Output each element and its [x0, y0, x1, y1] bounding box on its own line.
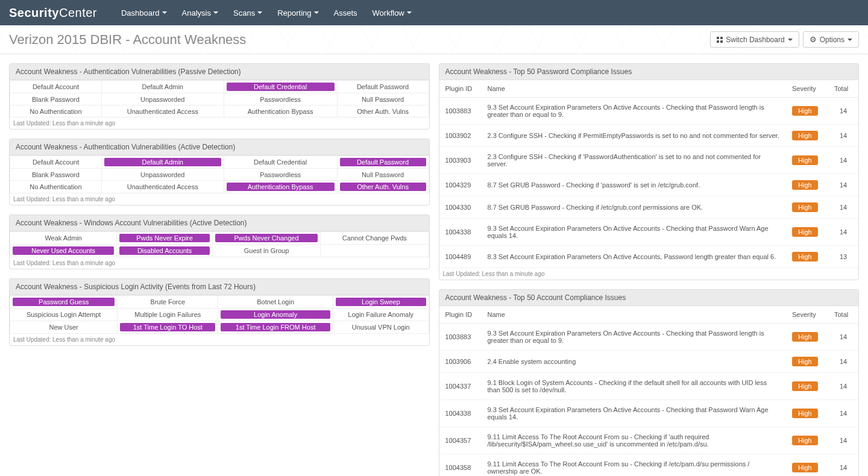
table-header[interactable]: Severity — [786, 80, 828, 98]
matrix-cell[interactable]: No Authentication — [10, 181, 102, 193]
table-row[interactable]: 10043389.3 Set Account Expiration Parame… — [439, 400, 859, 427]
matrix-cell[interactable]: No Authentication — [10, 105, 102, 117]
panel-footer: Last Updated: Less than a minute ago — [10, 193, 429, 205]
table-row[interactable]: 10044898.3 Set Account Expiration Parame… — [439, 246, 859, 268]
matrix-panel: Account Weakness - Authentication Vulner… — [9, 63, 430, 130]
matrix-cell[interactable]: Unauthenticated Access — [101, 181, 224, 193]
table-header[interactable]: Name — [482, 306, 787, 324]
table-row[interactable]: 10039032.3 Configure SSH - Checking if '… — [439, 147, 859, 174]
matrix-cell[interactable]: Password Guess — [10, 296, 118, 308]
matrix-table: Default AccountDefault AdminDefault Cred… — [10, 155, 429, 193]
page-title: Verizon 2015 DBIR - Account Weakness — [9, 32, 246, 48]
nav-item-dashboard[interactable]: Dashboard — [121, 8, 167, 17]
table-row[interactable]: 10038839.3 Set Account Expiration Parame… — [439, 324, 859, 351]
table-row[interactable]: 10043298.7 Set GRUB Password - Checking … — [439, 174, 859, 196]
matrix-cell[interactable]: Login Anomaly — [218, 308, 333, 321]
matrix-cell[interactable]: Default Admin — [101, 81, 224, 93]
nav-item-analysis[interactable]: Analysis — [182, 8, 218, 17]
nav-item-workflow[interactable]: Workflow — [373, 8, 412, 17]
table-row[interactable]: 10043579.11 Limit Access To The Root Acc… — [439, 427, 859, 454]
compliance-table: Plugin IDNameSeverityTotal10038839.3 Set… — [439, 306, 859, 476]
matrix-cell[interactable]: Passwordless — [224, 169, 337, 181]
matrix-cell[interactable]: Pwds Never Changed — [212, 232, 320, 245]
severity-badge: High — [792, 131, 818, 140]
matrix-cell[interactable]: Default Credential — [224, 81, 337, 93]
matrix-cell-highlight: 1st Time Login FROM Host — [221, 323, 330, 331]
matrix-cell[interactable]: Blank Password — [10, 93, 102, 105]
matrix-cell[interactable]: Disabled Accounts — [117, 245, 212, 257]
matrix-cell[interactable]: Guest in Group — [212, 245, 320, 257]
nav-item-assets[interactable]: Assets — [334, 8, 357, 17]
nav-item-reporting[interactable]: Reporting — [277, 8, 318, 17]
table-row[interactable]: 10039022.3 Configure SSH - Checking if P… — [439, 125, 859, 147]
matrix-cell[interactable]: New User — [10, 321, 118, 334]
matrix-cell[interactable]: Blank Password — [10, 169, 102, 181]
switch-dashboard-label: Switch Dashboard — [726, 36, 784, 44]
matrix-cell[interactable]: Login Failure Anomaly — [333, 308, 429, 321]
matrix-cell[interactable]: Weak Admin — [10, 232, 117, 245]
cell-plugin-id: 1004358 — [439, 454, 482, 477]
table-header[interactable]: Name — [482, 80, 787, 98]
matrix-cell[interactable]: Brute Force — [118, 296, 218, 308]
matrix-cell[interactable]: Other Auth. Vulns — [337, 105, 429, 117]
cell-total: 14 — [828, 324, 858, 351]
table-row[interactable]: 10043308.7 Set GRUB Password - Checking … — [439, 196, 859, 219]
page-header: Verizon 2015 DBIR - Account Weakness Swi… — [0, 25, 868, 54]
panel-title: Account Weakness - Top 50 Password Compl… — [439, 64, 859, 80]
matrix-cell[interactable]: Suspicious Login Attempt — [10, 308, 118, 321]
matrix-cell[interactable]: Multiple Login Failures — [118, 308, 218, 321]
table-panel: Account Weakness - Top 50 Account Compli… — [439, 289, 860, 476]
matrix-cell[interactable]: Unauthenticated Access — [101, 105, 224, 117]
matrix-cell[interactable]: Default Account — [10, 156, 102, 169]
table-header[interactable]: Severity — [786, 306, 828, 324]
cell-total: 14 — [828, 400, 858, 427]
matrix-cell[interactable]: 1st Time Login TO Host — [118, 321, 218, 334]
table-header[interactable]: Plugin ID — [439, 306, 482, 324]
matrix-cell[interactable]: Other Auth. Vulns — [337, 181, 429, 193]
matrix-cell[interactable]: Default Admin — [101, 156, 224, 169]
cell-severity: High — [786, 373, 828, 400]
cell-plugin-id: 1004338 — [439, 400, 482, 427]
matrix-cell[interactable]: Null Password — [337, 93, 429, 105]
matrix-cell[interactable]: 1st Time Login FROM Host — [218, 321, 333, 334]
matrix-cell-highlight: Other Auth. Vulns — [340, 183, 426, 191]
table-header[interactable]: Plugin ID — [439, 80, 482, 98]
matrix-cell[interactable]: Unpassworded — [101, 93, 224, 105]
matrix-cell[interactable]: Default Account — [10, 81, 102, 93]
matrix-cell-highlight: Login Sweep — [336, 298, 426, 306]
matrix-cell-highlight: Default Credential — [227, 83, 335, 91]
matrix-cell[interactable]: Default Password — [337, 81, 429, 93]
table-row[interactable]: 10043589.11 Limit Access To The Root Acc… — [439, 454, 859, 477]
matrix-cell[interactable]: Authentication Bypass — [224, 181, 337, 193]
matrix-cell[interactable]: Unusual VPN Login — [333, 321, 429, 334]
cell-name: 2.4 Enable system accounting — [482, 351, 787, 373]
table-row[interactable]: 10038839.3 Set Account Expiration Parame… — [439, 98, 859, 125]
matrix-cell[interactable]: Authentication Bypass — [224, 105, 337, 117]
matrix-cell[interactable]: Cannot Change Pwds — [321, 232, 429, 245]
matrix-cell[interactable]: Unpassworded — [101, 169, 224, 181]
table-row[interactable]: 10039062.4 Enable system accountingHigh1… — [439, 351, 859, 373]
matrix-cell[interactable]: Null Password — [337, 169, 429, 181]
matrix-cell[interactable]: Never Used Accounts — [10, 245, 117, 257]
chevron-down-icon — [314, 11, 319, 14]
nav-label: Workflow — [373, 8, 404, 17]
matrix-cell[interactable]: Pwds Never Expire — [117, 232, 212, 245]
options-button[interactable]: Options — [803, 31, 859, 48]
matrix-cell[interactable] — [321, 245, 429, 257]
matrix-cell[interactable]: Default Password — [337, 156, 429, 169]
nav-item-scans[interactable]: Scans — [233, 8, 262, 17]
cell-total: 14 — [828, 174, 858, 196]
matrix-cell[interactable]: Passwordless — [224, 93, 337, 105]
cell-total: 14 — [828, 427, 858, 454]
table-row[interactable]: 10043389.3 Set Account Expiration Parame… — [439, 219, 859, 246]
table-header[interactable]: Total — [828, 306, 858, 324]
switch-dashboard-button[interactable]: Switch Dashboard — [710, 31, 799, 48]
cell-severity: High — [786, 125, 828, 147]
severity-badge: High — [792, 409, 818, 418]
matrix-cell[interactable]: Default Credential — [224, 156, 337, 169]
matrix-cell[interactable]: Botnet Login — [218, 296, 333, 308]
matrix-cell[interactable]: Login Sweep — [333, 296, 429, 308]
panel-footer: Last Updated: Less than a minute ago — [10, 117, 429, 129]
table-header[interactable]: Total — [828, 80, 858, 98]
table-row[interactable]: 10043379.1 Block Login of System Account… — [439, 373, 859, 400]
